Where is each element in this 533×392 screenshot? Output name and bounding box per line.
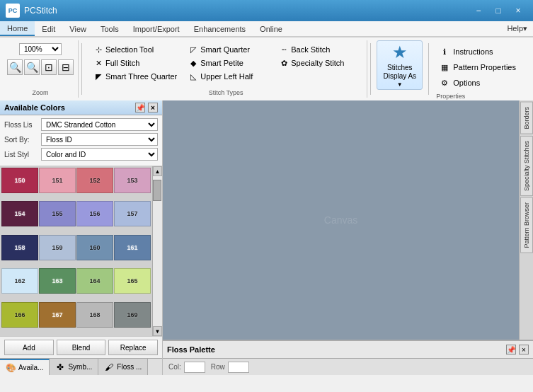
smart-petite-icon: ◆	[188, 58, 198, 68]
color-cell-165[interactable]: 165	[114, 268, 151, 294]
canvas-and-palette: Canvas Borders Specialty Stitches Patter…	[163, 100, 533, 375]
back-stitch-item[interactable]: ╌ Back Stitch	[276, 43, 361, 56]
color-cell-158[interactable]: 158	[1, 235, 38, 260]
color-cell-167[interactable]: 167	[39, 302, 76, 328]
floss-palette-close[interactable]: ×	[519, 345, 529, 354]
upper-left-half-item[interactable]: ◺ Upper Left Half	[185, 70, 270, 83]
color-action-buttons: Add Blend Replace	[0, 336, 162, 358]
zoom-dropdown[interactable]: 100% 50% 200%	[19, 43, 62, 55]
color-cell-153[interactable]: 153	[114, 168, 151, 193]
color-cell-150[interactable]: 150	[1, 168, 38, 193]
selection-tool-item[interactable]: ⊹ Selection Tool	[91, 43, 180, 56]
stitch-col-middle: ◸ Smart Quarter ◆ Smart Petite ◺ Upper L…	[184, 42, 272, 88]
properties-group: ℹ Instructions ▦ Pattern Properties ⚙ Op…	[432, 40, 524, 98]
sort-by-row: Sort By: Floss ID Color Name	[4, 133, 158, 146]
available-colors-title: Available Colors	[4, 103, 65, 112]
stitches-display-button[interactable]: ★ StitchesDisplay As ▼	[377, 40, 423, 90]
available-tab-icon: 🎨	[6, 363, 16, 373]
add-button[interactable]: Add	[4, 340, 54, 355]
pattern-browser-tab[interactable]: Pattern Browser	[520, 197, 533, 253]
zoom-fit-button[interactable]: ⊡	[41, 59, 57, 75]
specialty-stitch-item[interactable]: ✿ Specialty Stitch	[276, 57, 361, 69]
panel-close-button[interactable]: ×	[148, 103, 158, 113]
ribbon-content: 100% 50% 200% 🔍 🔍 ⊡ ⊟ Zoom ⊹	[0, 37, 533, 100]
color-cell-151[interactable]: 151	[39, 168, 76, 193]
menu-home[interactable]: Home	[0, 21, 35, 36]
scroll-down-button[interactable]: ▼	[153, 326, 162, 336]
smart-petite-item[interactable]: ◆ Smart Petite	[185, 57, 270, 69]
close-button[interactable]: ×	[509, 4, 527, 18]
color-cell-164[interactable]: 164	[76, 268, 113, 294]
pattern-properties-label: Pattern Properties	[453, 63, 516, 71]
zoom-buttons: 🔍 🔍 ⊡ ⊟	[7, 59, 74, 75]
full-stitch-item[interactable]: ✕ Full Stitch	[91, 57, 180, 69]
options-icon: ⚙	[439, 77, 450, 88]
menu-tools[interactable]: Tools	[93, 21, 126, 36]
stitch-col-left: ⊹ Selection Tool ✕ Full Stitch ◤ Smart T…	[89, 42, 181, 88]
specialty-stitches-tab[interactable]: Specialty Stitches	[520, 136, 533, 196]
available-colors-header: Available Colors 📌 ×	[0, 100, 162, 115]
color-cell-157[interactable]: 157	[114, 201, 151, 226]
specialty-stitches-tab-label: Specialty Stitches	[523, 141, 530, 191]
menu-import-export[interactable]: Import/Export	[126, 21, 187, 36]
smart-three-quarter-icon: ◤	[93, 71, 103, 81]
options-item[interactable]: ⚙ Options	[436, 76, 520, 90]
symbols-tab[interactable]: ✤ Symb...	[50, 359, 98, 375]
upper-left-half-icon: ◺	[188, 71, 198, 81]
panel-controls: 📌 ×	[135, 103, 158, 113]
back-stitch-label: Back Stitch	[291, 45, 330, 54]
pin-button[interactable]: 📌	[135, 103, 145, 113]
stitch-col-right: ╌ Back Stitch ✿ Specialty Stitch	[275, 42, 362, 88]
pattern-properties-item[interactable]: ▦ Pattern Properties	[436, 60, 520, 74]
replace-button[interactable]: Replace	[108, 340, 158, 355]
minimize-button[interactable]: −	[469, 4, 488, 18]
title-bar: PC PCStitch − □ ×	[0, 0, 533, 21]
floss-palette-pin[interactable]: 📌	[506, 345, 516, 354]
list-style-select[interactable]: Color and ID Color Only	[41, 148, 158, 161]
zoom-actual-button[interactable]: ⊟	[58, 59, 74, 75]
filter-area: Floss Lis DMC Stranded Cotton Anchor Sor…	[0, 115, 162, 166]
floss-tab[interactable]: 🖌 Floss ...	[98, 359, 148, 375]
color-cell-152[interactable]: 152	[76, 168, 113, 193]
color-scrollbar[interactable]: ▲ ▼	[152, 166, 162, 336]
right-sidebar: Borders Specialty Stitches Pattern Brows…	[519, 100, 533, 340]
floss-list-row: Floss Lis DMC Stranded Cotton Anchor	[4, 118, 158, 131]
color-cell-156[interactable]: 156	[76, 201, 113, 226]
color-cell-155[interactable]: 155	[39, 201, 76, 226]
color-cell-162[interactable]: 162	[1, 268, 38, 294]
color-cell-166[interactable]: 166	[1, 302, 38, 328]
sort-by-select[interactable]: Floss ID Color Name	[41, 133, 158, 146]
symbols-tab-label: Symb...	[68, 363, 92, 371]
color-cell-159[interactable]: 159	[39, 235, 76, 260]
zoom-in-button[interactable]: 🔍	[7, 59, 23, 75]
menu-edit[interactable]: Edit	[35, 21, 62, 36]
borders-tab[interactable]: Borders	[520, 102, 533, 134]
color-cell-169[interactable]: 169	[114, 302, 151, 328]
menu-help[interactable]: Help▾	[501, 21, 533, 36]
floss-list-select[interactable]: DMC Stranded Cotton Anchor	[41, 118, 158, 131]
menu-enhancements[interactable]: Enhancements	[187, 21, 253, 36]
title-bar-controls: − □ ×	[469, 4, 527, 18]
blend-button[interactable]: Blend	[57, 340, 106, 355]
sort-by-label: Sort By:	[4, 136, 38, 144]
zoom-out-button[interactable]: 🔍	[24, 59, 40, 75]
instructions-item[interactable]: ℹ Instructions	[436, 45, 520, 59]
scroll-thumb[interactable]	[153, 180, 161, 201]
maximize-button[interactable]: □	[489, 4, 508, 18]
color-cell-161[interactable]: 161	[114, 235, 151, 260]
menu-online[interactable]: Online	[253, 21, 290, 36]
stitches-display-arrow: ▼	[397, 81, 403, 88]
stitches-display-label: StitchesDisplay As	[383, 64, 416, 81]
scroll-up-button[interactable]: ▲	[153, 166, 162, 176]
menu-view[interactable]: View	[62, 21, 93, 36]
smart-quarter-item[interactable]: ◸ Smart Quarter	[185, 43, 270, 56]
smart-three-quarter-item[interactable]: ◤ Smart Three Quarter	[91, 70, 180, 83]
color-cell-154[interactable]: 154	[1, 201, 38, 226]
watermark: Canvas	[324, 214, 357, 226]
color-cell-163[interactable]: 163	[39, 268, 76, 294]
canvas-row: Canvas Borders Specialty Stitches Patter…	[163, 100, 533, 340]
available-tab[interactable]: 🎨 Availa...	[0, 359, 50, 375]
color-cell-168[interactable]: 168	[76, 302, 113, 328]
color-cell-160[interactable]: 160	[76, 235, 113, 260]
canvas-area[interactable]: Canvas	[163, 100, 519, 340]
